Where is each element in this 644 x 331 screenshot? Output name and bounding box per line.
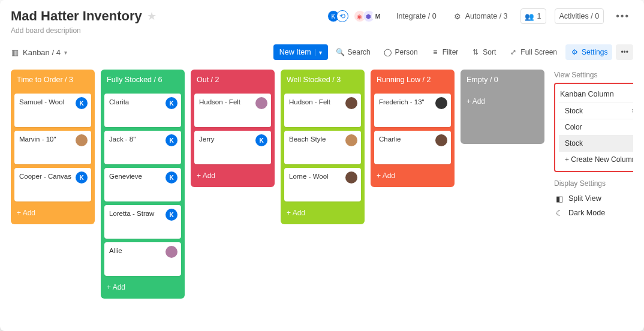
split-icon: ◧ [555, 194, 564, 203]
search-button[interactable]: 🔍 Search [332, 44, 375, 60]
integration-badges: ◉ ⬢ M [357, 10, 384, 22]
add-card-button[interactable]: + Add [14, 205, 91, 221]
column-body: Frederich - 13"Charlie+ Add [371, 90, 455, 187]
person-filter-button[interactable]: ◯ Person [379, 44, 423, 60]
sort-button[interactable]: ⇅ Sort [467, 44, 501, 60]
avatar [345, 134, 357, 146]
add-card-button[interactable]: + Add [104, 279, 181, 295]
split-view-toggle[interactable]: ◧ Split View [554, 191, 633, 206]
settings-panel: View Settings Kanban Column ⓘ Stock × ▴ … [550, 70, 633, 220]
new-item-button[interactable]: New Item ▾ [273, 44, 328, 60]
display-settings-title: Display Settings [554, 179, 633, 188]
kanban-card[interactable]: JerryK [194, 131, 271, 164]
kanban-card[interactable]: Loretta - StrawK [104, 205, 181, 239]
kanban-card[interactable]: Samuel - WoolK [14, 94, 91, 127]
dark-mode-toggle[interactable]: ☾ Dark Mode [554, 206, 633, 220]
column-header[interactable]: Time to Order / 3 [11, 70, 95, 90]
fullscreen-label: Full Screen [520, 48, 557, 56]
avatar [165, 246, 177, 258]
kanban-column: Time to Order / 3Samuel - WoolKMarvin - … [11, 70, 95, 224]
kanban-card[interactable]: Allie [104, 242, 181, 276]
kanban-column: Well Stocked / 3Hudson - FeltBeach Style… [281, 70, 365, 224]
more-menu[interactable]: ••• [612, 8, 633, 24]
robot-icon: ⚙ [453, 12, 462, 20]
fullscreen-button[interactable]: ⤢ Full Screen [504, 44, 562, 60]
view-switcher[interactable]: ▥ Kanban / 4 ▾ [11, 48, 67, 57]
view-settings-title: View Settings [554, 71, 633, 79]
avatar: K [255, 134, 267, 146]
kanban-card[interactable]: GenevieveK [104, 168, 181, 201]
kanban-column: Out / 2Hudson - FeltJerryK+ Add [191, 70, 275, 187]
chevron-down-icon[interactable]: ▾ [315, 49, 322, 56]
avatar [255, 97, 267, 109]
column-body: + Add [461, 90, 544, 144]
board-title[interactable]: Mad Hatter Inventory [11, 8, 142, 24]
add-card-button[interactable]: + Add [194, 168, 271, 183]
automate-button[interactable]: ⚙ Automate / 3 [449, 9, 512, 23]
add-card-button[interactable]: + Add [284, 205, 361, 221]
people-button[interactable]: 👥 1 [520, 8, 546, 24]
person-label: Person [395, 48, 418, 56]
kanban-card[interactable]: Beach Style [284, 131, 361, 164]
fullscreen-icon: ⤢ [509, 48, 517, 56]
clear-icon[interactable]: × [631, 107, 633, 115]
kanban-card[interactable]: ClaritaK [104, 94, 181, 127]
add-card-button[interactable]: + Add [374, 168, 451, 183]
create-new-column[interactable]: + Create New Column [559, 151, 633, 167]
avatar [345, 97, 357, 109]
kanban-column-label: Kanban Column [560, 90, 614, 98]
filter-button[interactable]: ≡ Filter [426, 44, 464, 60]
avatar [435, 134, 447, 146]
kanban-card[interactable]: Frederich - 13" [374, 94, 451, 127]
search-label: Search [348, 48, 371, 56]
people-icon: 👥 [525, 12, 534, 20]
avatar [435, 97, 447, 109]
column-body: Hudson - FeltBeach StyleLorne - Wool+ Ad… [281, 90, 365, 224]
kanban-card[interactable]: Jack - 8"K [104, 131, 181, 164]
avatar: K [165, 171, 177, 183]
column-header[interactable]: Well Stocked / 3 [281, 70, 365, 90]
column-body: Samuel - WoolKMarvin - 10"Cooper - Canva… [11, 90, 95, 224]
settings-label: Settings [582, 48, 607, 56]
chevron-down-icon: ▾ [64, 49, 67, 56]
kanban-column: Empty / 0+ Add [461, 70, 544, 144]
avatar: K [76, 171, 88, 183]
kanban-card[interactable]: Charlie [374, 131, 451, 164]
kanban-card[interactable]: Hudson - Felt [284, 94, 361, 127]
sort-icon: ⇅ [471, 48, 480, 56]
kanban-card[interactable]: Hudson - Felt [194, 94, 271, 127]
settings-button[interactable]: ⚙ Settings [565, 44, 612, 60]
column-header[interactable]: Running Low / 2 [371, 70, 455, 90]
integrate-button[interactable]: Integrate / 0 [392, 9, 441, 23]
filter-icon: ≡ [431, 48, 440, 56]
avatar [345, 171, 357, 183]
add-card-button[interactable]: + Add [464, 94, 541, 109]
kanban-icon: ▥ [11, 48, 19, 56]
avatar: K [165, 134, 177, 146]
kanban-card[interactable]: Cooper - CanvasK [14, 168, 91, 201]
kanban-card[interactable]: Lorne - Wool [284, 168, 361, 201]
board-description[interactable]: Add board description [11, 26, 157, 35]
new-item-label: New Item [279, 48, 311, 56]
view-label: Kanban / 4 [23, 48, 61, 57]
column-body: ClaritaKJack - 8"KGenevieveKLoretta - St… [101, 90, 185, 299]
moon-icon: ☾ [555, 209, 564, 217]
toolbar-more[interactable]: ••• [616, 44, 633, 60]
avatar [76, 134, 88, 146]
filter-label: Filter [443, 48, 459, 56]
kanban-column: Fully Stocked / 6ClaritaKJack - 8"KGenev… [101, 70, 185, 299]
kanban-option-stock[interactable]: Stock ≡ [559, 135, 633, 151]
more-icon: ••• [621, 48, 628, 56]
column-header[interactable]: Empty / 0 [461, 70, 544, 90]
person-icon: ◯ [384, 48, 392, 56]
column-header[interactable]: Out / 2 [191, 70, 275, 90]
kanban-card[interactable]: Marvin - 10" [14, 131, 91, 164]
kanban-option-color[interactable]: Color ≡ [559, 119, 633, 135]
activities-button[interactable]: Activities / 0 [555, 8, 604, 24]
star-icon[interactable]: ★ [147, 10, 157, 23]
kanban-column-selected[interactable]: Stock × ▴ [559, 103, 633, 119]
kanban-column: Running Low / 2Frederich - 13"Charlie+ A… [371, 70, 455, 187]
column-header[interactable]: Fully Stocked / 6 [101, 70, 185, 90]
sort-label: Sort [483, 48, 496, 56]
automation-badges: K ⟲ [330, 10, 348, 22]
